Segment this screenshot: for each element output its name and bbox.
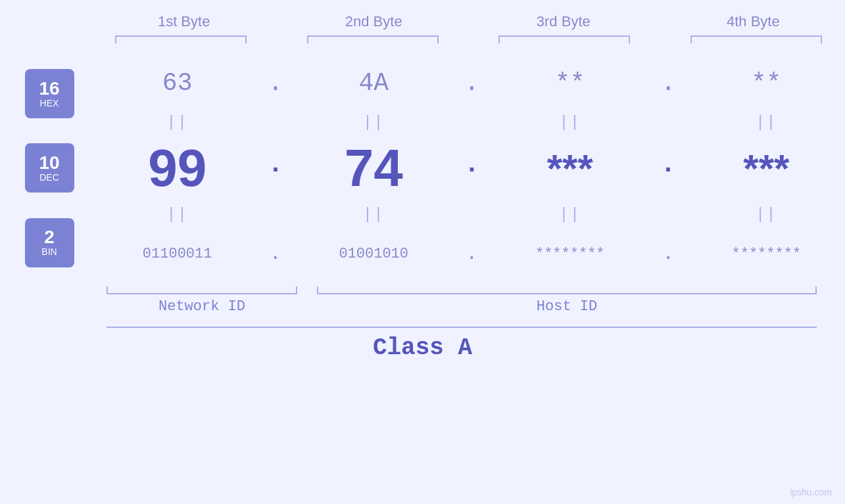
watermark: ipshu.com <box>790 487 832 497</box>
hex-byte2: 4A <box>301 69 446 97</box>
hex-row: 63 . 4A . ** . ** <box>99 57 845 109</box>
bin-row: 01100011 . 01001010 . ******** . <box>99 227 845 280</box>
hex-byte3: ** <box>498 69 642 97</box>
dot-bin-2: . <box>458 244 485 264</box>
dot-hex-3: . <box>655 69 681 97</box>
hex-byte1: 63 <box>105 69 250 97</box>
dec-row: 99 . 74 . *** . *** <box>99 135 845 201</box>
dec-byte4: *** <box>694 146 838 191</box>
top-bracket-row <box>107 35 831 43</box>
dot-bin-3: . <box>655 244 681 264</box>
eq2-b4: || <box>694 206 838 223</box>
dec-byte2: 74 <box>301 138 446 198</box>
data-area: 16 HEX 10 DEC 2 BIN 63 . <box>0 57 845 280</box>
eq1-b1: || <box>105 114 250 131</box>
values-area: 63 . 4A . ** . ** <box>99 57 845 280</box>
network-bracket <box>107 286 297 294</box>
eq1-b2: || <box>301 114 446 131</box>
hex-badge: 16 HEX <box>25 69 74 118</box>
dot-hex-2: . <box>458 69 485 97</box>
equals-row-1: || || || || <box>99 109 845 135</box>
dot-dec-1: . <box>262 150 289 187</box>
label-column: 16 HEX 10 DEC 2 BIN <box>0 57 99 280</box>
class-section: Class A <box>0 327 845 361</box>
eq2-b3: || <box>498 206 642 223</box>
class-label-row: Class A <box>0 334 845 361</box>
host-bracket <box>317 286 817 294</box>
header-byte2: 2nd Byte <box>301 13 446 30</box>
eq1-b4: || <box>694 114 838 131</box>
bracket-byte2 <box>307 35 439 43</box>
network-id-label: Network ID <box>107 298 297 315</box>
bottom-labels: Network ID Host ID <box>107 298 817 315</box>
byte-headers: 1st Byte 2nd Byte 3rd Byte 4th Byte <box>107 13 831 30</box>
class-label: Class A <box>373 334 472 361</box>
bottom-section: Network ID Host ID <box>0 286 845 315</box>
dot-dec-3: . <box>655 150 681 187</box>
dot-dec-2: . <box>458 150 485 187</box>
dec-byte3: *** <box>498 146 642 191</box>
bin-byte3: ******** <box>498 246 642 262</box>
header-byte4: 4th Byte <box>681 13 825 30</box>
header-byte3: 3rd Byte <box>491 13 636 30</box>
class-bracket-line <box>107 327 817 328</box>
equals-row-2: || || || || <box>99 201 845 227</box>
hex-byte4: ** <box>694 69 838 97</box>
header-byte1: 1st Byte <box>112 13 256 30</box>
host-id-label: Host ID <box>317 298 817 315</box>
bin-byte4: ******** <box>694 246 838 262</box>
eq2-b2: || <box>301 206 446 223</box>
dec-byte1: 99 <box>105 138 250 198</box>
bracket-byte1 <box>115 35 247 43</box>
main-container: 1st Byte 2nd Byte 3rd Byte 4th Byte 16 H… <box>0 0 845 504</box>
bin-badge: 2 BIN <box>25 218 74 267</box>
bracket-byte3 <box>498 35 630 43</box>
bin-byte2: 01001010 <box>301 246 446 262</box>
eq1-b3: || <box>498 114 642 131</box>
bin-byte1: 01100011 <box>105 246 250 262</box>
dec-badge: 10 DEC <box>25 143 74 193</box>
eq2-b1: || <box>105 206 250 223</box>
dot-hex-1: . <box>262 69 289 97</box>
bracket-byte4 <box>690 35 822 43</box>
dot-bin-1: . <box>262 244 289 264</box>
bottom-brackets <box>107 286 817 294</box>
